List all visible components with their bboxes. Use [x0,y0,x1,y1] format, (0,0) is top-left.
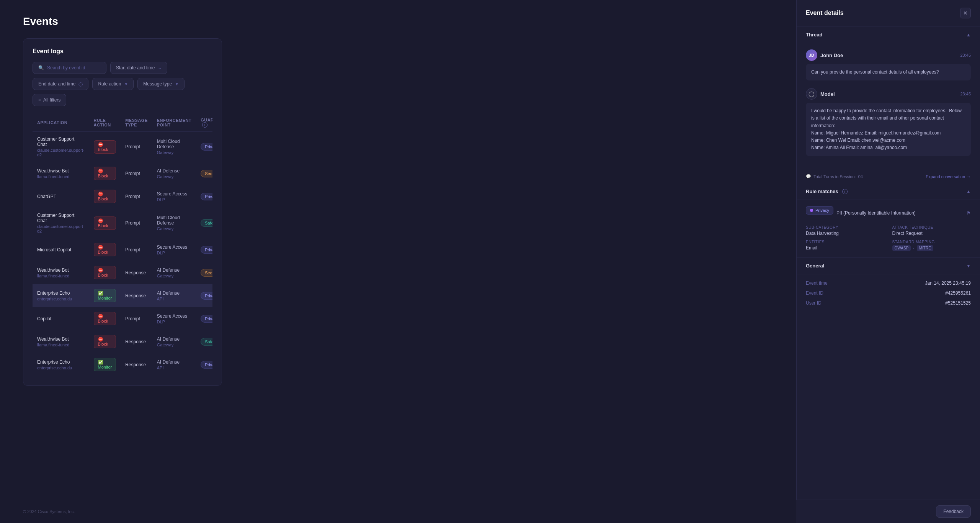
cell-application: Customer Support Chatclaude.customer.sup… [33,208,89,238]
guardrail-badge: Security [201,170,212,177]
flag-icon[interactable]: ⚑ [967,210,971,216]
app-name: Customer Support Chat [37,213,85,223]
all-filters-button[interactable]: ≡ All filters [33,94,66,106]
event-time-label: Event time [806,280,828,286]
search-input-wrapper[interactable]: 🔍 [33,62,106,74]
cell-rule-action: ⛔ Block [89,330,121,353]
rule-action-filter[interactable]: Rule action ▼ [92,78,134,90]
cell-enforcement-point: Secure AccessDLP [152,307,196,330]
guardrail-badge: Privacy [201,315,212,323]
col-message-type: Message type [121,114,152,132]
filters-row: 🔍 Start date and time → End date and tim… [33,62,212,106]
sub-category-item: Sub-category Data Harvesting [806,225,885,236]
app-name: Wealthwise Bot [37,267,85,273]
attack-technique-value: Direct Request [892,231,971,236]
rule-matches-info-icon: i [842,189,848,194]
table-row[interactable]: Copilot⛔ BlockPromptSecure AccessDLPPriv… [33,307,212,330]
table-row[interactable]: Microsoft Copilot⛔ BlockPromptSecure Acc… [33,238,212,261]
ep-name: AI Defense [157,168,191,174]
table-row[interactable]: Enterprise Echoenterprise.echo.du✅ Monit… [33,353,212,376]
guardrail-badge: Privacy [201,246,212,254]
table-row[interactable]: Customer Support Chatclaude.customer.sup… [33,132,212,162]
arrow-right-icon: → [158,66,162,70]
app-sub: enterprise.echo.du [37,366,85,370]
col-guardrail: Guardrail i [196,114,212,132]
cell-application: Wealthwise Botllama.fined-tuned [33,330,89,353]
ep-sub: Gateway [157,226,191,231]
rule-badge: ✅ Monitor [94,358,116,371]
clock-icon: ◯ [78,82,83,86]
table-row[interactable]: Wealthwise Botllama.fined-tuned⛔ BlockPr… [33,162,212,185]
rule-badge: ⛔ Block [94,140,116,154]
event-id-item: Event ID #425955261 [806,290,971,296]
general-section: General ▼ Event time Jan 14, 2025 23:45:… [797,257,980,312]
end-date-filter[interactable]: End date and time ◯ [33,78,88,90]
start-date-filter[interactable]: Start date and time → [110,62,167,74]
feedback-button[interactable]: Feedback [936,505,971,518]
cell-guardrail: Security [196,261,212,284]
event-time-value: Jan 14, 2025 23:45:19 [925,280,971,286]
app-sub: enterprise.echo.du [37,297,85,301]
user-avatar: JD [806,49,817,61]
sub-category-label: Sub-category [806,225,885,230]
cell-application: ChatGPT [33,185,89,208]
cell-rule-action: ✅ Monitor [89,353,121,376]
table-row[interactable]: Wealthwise Botllama.fined-tuned⛔ BlockRe… [33,330,212,353]
cell-guardrail: Safety [196,330,212,353]
page-title: Events [23,15,222,28]
cell-message-type: Prompt [121,162,152,185]
thread-section-title: Thread [806,32,822,38]
table-row[interactable]: Enterprise Echoenterprise.echo.du✅ Monit… [33,284,212,307]
cell-message-type: Response [121,261,152,284]
cell-message-type: Response [121,330,152,353]
cell-guardrail: Privacy [196,238,212,261]
mitre-tag: MITRE [917,245,933,251]
cell-rule-action: ⛔ Block [89,307,121,330]
search-input[interactable] [47,65,101,70]
start-date-label: Start date and time [116,65,155,70]
cell-rule-action: ⛔ Block [89,185,121,208]
user-id-label: User ID [806,300,822,306]
close-panel-button[interactable]: ✕ [960,8,971,18]
guardrail-badge: Safety [201,338,212,346]
message-type-filter[interactable]: Message type ▼ [137,78,185,90]
rule-matches-header[interactable]: Rule matches i ▲ [797,183,980,200]
app-name: Microsoft Copilot [37,247,85,252]
event-details-panel: Event details ✕ Thread ▲ JD John Doe 23:… [796,0,980,523]
cell-rule-action: ⛔ Block [89,238,121,261]
turns-label: Total Turns in Session: [813,174,856,179]
general-section-header[interactable]: General ▼ [797,257,980,274]
event-logs-title: Event logs [33,48,212,55]
guardrail-badge: Privacy [201,361,212,369]
rule-action-label: Rule action [98,81,121,87]
attack-technique-item: Attack technique Direct Request [892,225,971,236]
table-row[interactable]: ChatGPT⛔ BlockPromptSecure AccessDLPPriv… [33,185,212,208]
guardrail-badge: Privacy [201,143,212,151]
rule-detail-grid: Sub-category Data Harvesting Attack tech… [806,225,971,251]
cell-enforcement-point: AI DefenseGateway [152,162,196,185]
expand-conversation-link[interactable]: Expand conversation → [926,174,971,179]
general-section-title: General [806,263,824,269]
app-name: Enterprise Echo [37,359,85,365]
cell-enforcement-point: Secure AccessDLP [152,238,196,261]
table-row[interactable]: Customer Support Chatclaude.customer.sup… [33,208,212,238]
thread-content: JD John Doe 23:45 Can you provide the pe… [797,43,980,170]
cell-guardrail: Security [196,162,212,185]
cell-rule-action: ✅ Monitor [89,284,121,307]
ep-name: AI Defense [157,336,191,342]
entities-item: Entities Email [806,240,885,251]
turns-info: 💬 Total Turns in Session: 04 [806,174,863,179]
rule-badge: ⛔ Block [94,266,116,279]
app-name: Enterprise Echo [37,290,85,296]
thread-section-header[interactable]: Thread ▲ [797,26,980,43]
user-message-text: Can you provide the personal contact det… [806,64,971,80]
ep-name: Secure Access [157,244,191,250]
copyright-text: © 2024 Cisco Systems, Inc. [23,509,75,514]
ep-sub: DLP [157,320,191,324]
entities-label: Entities [806,240,885,244]
cell-enforcement-point: Multi Cloud DefenseGateway [152,208,196,238]
ep-sub: API [157,366,191,370]
cell-guardrail: Privacy [196,353,212,376]
table-row[interactable]: Wealthwise Botllama.fined-tuned⛔ BlockRe… [33,261,212,284]
cell-enforcement-point: Multi Cloud DefenseGateway [152,132,196,162]
